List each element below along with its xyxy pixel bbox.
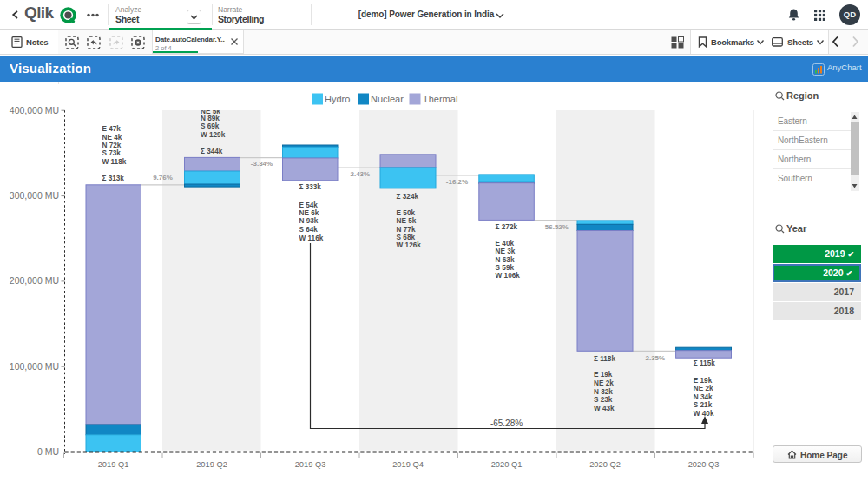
svg-text:NE 3k: NE 3k: [496, 247, 516, 255]
svg-text:N 93k: N 93k: [299, 217, 319, 225]
svg-text:100,000 MU: 100,000 MU: [10, 361, 59, 372]
svg-text:2020 Q2: 2020 Q2: [589, 460, 621, 469]
svg-text:Σ 344k: Σ 344k: [201, 148, 223, 155]
svg-text:-16.2%: -16.2%: [446, 178, 468, 186]
svg-text:NE 6k: NE 6k: [299, 209, 319, 217]
svg-text:E 47k: E 47k: [102, 125, 122, 133]
svg-text:E 19k: E 19k: [694, 377, 713, 385]
svg-text:0 MU: 0 MU: [37, 446, 59, 457]
svg-text:-2.35%: -2.35%: [643, 354, 665, 362]
svg-text:NE 5k: NE 5k: [397, 217, 417, 225]
svg-text:400,000 MU: 400,000 MU: [10, 105, 59, 115]
svg-text:W 129k: W 129k: [201, 131, 226, 139]
svg-text:N 72k: N 72k: [102, 142, 122, 149]
svg-text:200,000 MU: 200,000 MU: [10, 275, 59, 286]
svg-text:NE 4k: NE 4k: [102, 134, 122, 142]
svg-text:W 40k: W 40k: [694, 410, 714, 418]
svg-text:Nuclear: Nuclear: [371, 94, 404, 104]
svg-text:N 32k: N 32k: [594, 388, 613, 396]
svg-text:N 89k: N 89k: [201, 115, 220, 122]
svg-text:S 64k: S 64k: [299, 226, 319, 234]
svg-text:-65.28%: -65.28%: [490, 419, 523, 428]
svg-text:NE 2k: NE 2k: [594, 379, 614, 387]
svg-text:2019 Q3: 2019 Q3: [295, 460, 326, 469]
svg-text:300,000 MU: 300,000 MU: [10, 190, 59, 201]
svg-text:-3.34%: -3.34%: [251, 160, 273, 168]
svg-text:NE 5k: NE 5k: [201, 108, 220, 115]
svg-text:S 68k: S 68k: [397, 234, 416, 241]
svg-text:2020 Q3: 2020 Q3: [688, 460, 720, 469]
svg-text:S 69k: S 69k: [201, 122, 220, 130]
svg-text:Σ 272k: Σ 272k: [496, 223, 518, 231]
svg-text:W 116k: W 116k: [299, 234, 324, 242]
svg-text:W 106k: W 106k: [496, 272, 521, 280]
svg-text:W 118k: W 118k: [102, 158, 127, 166]
svg-text:-56.52%: -56.52%: [542, 223, 569, 231]
svg-text:E 50k: E 50k: [397, 209, 416, 217]
svg-text:E 40k: E 40k: [496, 240, 515, 247]
svg-text:N 63k: N 63k: [496, 256, 515, 264]
svg-text:2019 Q2: 2019 Q2: [196, 460, 227, 469]
svg-text:N 77k: N 77k: [397, 226, 416, 234]
svg-text:2019 Q4: 2019 Q4: [392, 460, 424, 469]
svg-text:E 19k: E 19k: [594, 371, 613, 379]
svg-text:S 59k: S 59k: [496, 264, 515, 272]
svg-text:Σ 118k: Σ 118k: [594, 355, 615, 363]
svg-text:S 23k: S 23k: [594, 396, 613, 404]
svg-text:Hydro: Hydro: [325, 94, 350, 104]
svg-text:Thermal: Thermal: [423, 94, 457, 104]
svg-text:S 21k: S 21k: [694, 401, 713, 409]
svg-text:E 54k: E 54k: [299, 201, 319, 209]
svg-text:2020 Q1: 2020 Q1: [491, 460, 523, 469]
svg-text:9.76%: 9.76%: [153, 174, 173, 181]
svg-text:NE 2k: NE 2k: [694, 385, 713, 392]
svg-text:W 43k: W 43k: [594, 405, 615, 412]
svg-text:W 126k: W 126k: [397, 241, 422, 249]
svg-text:2019 Q1: 2019 Q1: [98, 460, 129, 469]
svg-text:-2.43%: -2.43%: [348, 170, 370, 178]
svg-text:N 34k: N 34k: [694, 393, 713, 401]
svg-text:Σ 313k: Σ 313k: [102, 175, 125, 182]
svg-text:Σ 324k: Σ 324k: [397, 193, 419, 201]
svg-text:S 73k: S 73k: [102, 149, 122, 157]
svg-text:Σ 333k: Σ 333k: [299, 183, 322, 191]
svg-text:Σ 115k: Σ 115k: [694, 359, 715, 367]
